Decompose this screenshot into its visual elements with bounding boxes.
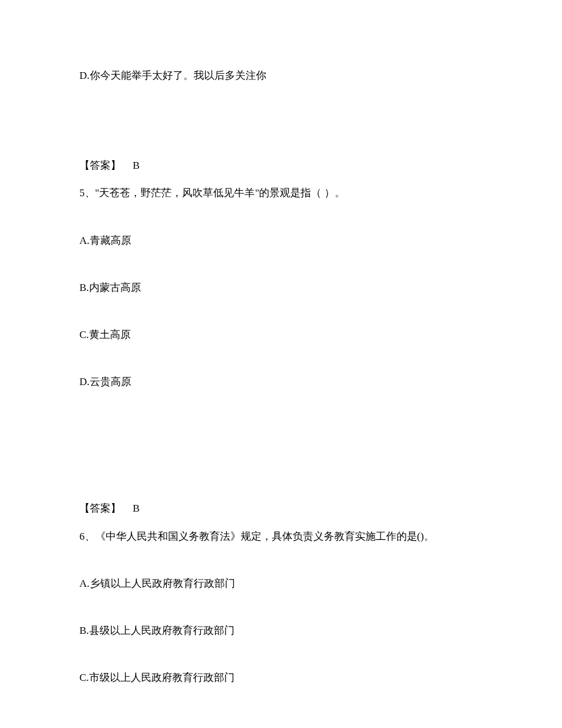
prev-question-option-d: D.你今天能举手太好了。我以后多关注你	[79, 67, 483, 84]
question-5-option-a: A.青藏高原	[79, 232, 483, 249]
question-6-text: 6、《中华人民共和国义务教育法》规定，具体负责义务教育实施工作的是()。	[79, 528, 483, 545]
question-6-option-a: A.乡镇以上人民政府教育行政部门	[79, 575, 483, 592]
answer-4: 【答案】 B	[79, 157, 483, 174]
answer-4-value: B	[133, 160, 139, 171]
question-5-option-d: D.云贵高原	[79, 373, 483, 390]
answer-4-label: 【答案】	[79, 160, 121, 171]
question-6-option-c: C.市级以上人民政府教育行政部门	[79, 669, 483, 686]
question-5-option-c: C.黄土高原	[79, 326, 483, 343]
question-5-text: 5、"天苍苍，野茫茫，风吹草低见牛羊"的景观是指（ ）。	[79, 185, 483, 201]
answer-5-label: 【答案】	[79, 502, 121, 514]
answer-5-value: B	[133, 502, 139, 514]
question-6-option-b: B.县级以上人民政府教育行政部门	[79, 622, 483, 639]
question-5-option-b: B.内蒙古高原	[79, 279, 483, 296]
answer-5: 【答案】 B	[79, 500, 483, 517]
